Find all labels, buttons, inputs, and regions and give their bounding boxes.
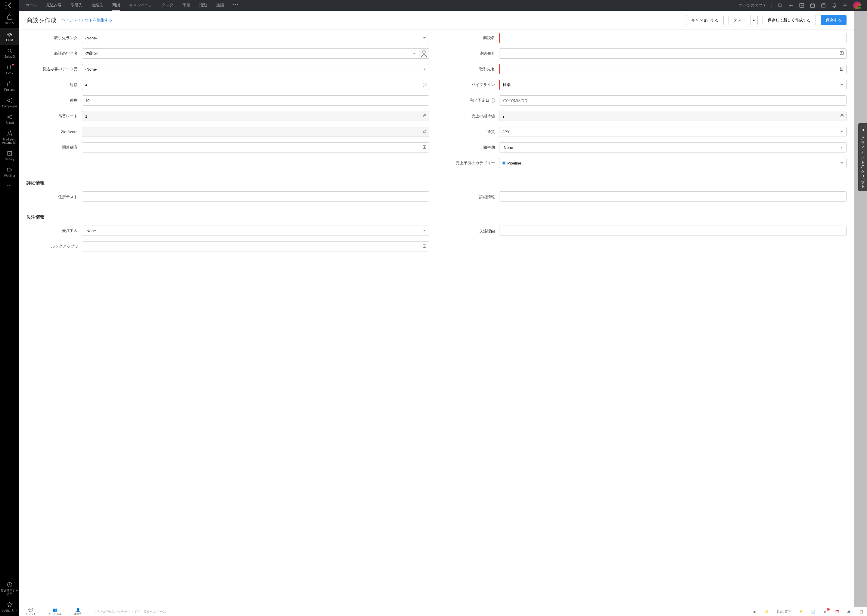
lock-icon <box>840 114 844 119</box>
svg-rect-12 <box>424 131 426 133</box>
badge: 2 <box>827 608 830 611</box>
zia-icon[interactable]: ⚡ <box>795 607 807 616</box>
rail-label: Social <box>5 121 14 124</box>
social-icon <box>6 114 13 120</box>
rail-recent[interactable]: 最近使用した項目 <box>0 579 19 599</box>
lookup-icon[interactable] <box>422 145 427 150</box>
deal-name-input[interactable] <box>499 33 847 43</box>
rail-webinar[interactable]: Webinar <box>0 164 19 181</box>
lock-icon <box>422 114 427 119</box>
svg-point-3 <box>11 118 11 119</box>
svg-point-1 <box>8 116 8 117</box>
zia-question[interactable]: Ziaに質問 <box>773 607 795 616</box>
rail-label: SalesIQ <box>4 55 15 58</box>
star-icon <box>6 602 13 608</box>
rail-social[interactable]: Social <box>0 111 19 127</box>
amount-input[interactable] <box>82 80 429 90</box>
currency-select[interactable] <box>499 127 847 137</box>
rail-marketing[interactable]: Marketing Automation <box>0 127 19 148</box>
label-forecast-category: 売上予測のカテゴリー <box>444 160 495 166</box>
rail-collapse-icon[interactable] <box>0 0 19 11</box>
expected-revenue-input <box>499 111 847 121</box>
notification-dot <box>12 64 14 66</box>
label-pipeline: パイプライン <box>444 82 495 88</box>
lost-reason-detail-textarea[interactable] <box>499 226 847 236</box>
rail-label: 最近使用した項目 <box>0 589 19 596</box>
rail-label: Desk <box>6 72 13 75</box>
clipboard-icon[interactable]: 📋 <box>855 607 867 616</box>
rail-label: Marketing Automation <box>0 138 19 145</box>
lock-icon <box>422 129 427 134</box>
record-icon[interactable]: ◉ <box>749 607 761 616</box>
rail-desk[interactable]: Desk <box>0 61 19 78</box>
lost-reason-select[interactable] <box>82 226 429 236</box>
quick-chat-input[interactable]: こちらがかんたんチャットです（Ctrl + スペース） <box>91 608 749 615</box>
client-script-tab[interactable]: ◂ クライアントスクリプト <box>858 123 867 191</box>
contact-name-input[interactable] <box>499 49 847 59</box>
rail-label: ホーム <box>5 21 14 25</box>
rail-label: Webinar <box>4 174 15 178</box>
edit-layout-link[interactable]: ページレイアウトを編集する <box>61 17 112 23</box>
wand-icon[interactable]: ✨ <box>761 607 773 616</box>
info-icon[interactable]: i <box>422 82 427 87</box>
label-expected-revenue: 売上の期待値 <box>444 113 495 119</box>
page-title: 商談を作成 <box>27 16 57 24</box>
rail-home[interactable]: ホーム <box>0 11 19 28</box>
svg-point-14 <box>424 146 425 147</box>
marketing-icon <box>6 130 13 137</box>
save-new-button[interactable]: 保存して新しく作成する <box>763 15 816 25</box>
desk-icon <box>6 64 13 71</box>
pipeline-select[interactable] <box>499 80 847 90</box>
quarter-select[interactable] <box>499 142 847 152</box>
forecast-category-select[interactable]: Pipeline <box>499 158 847 168</box>
rail-campaigns[interactable]: Campaigns <box>0 94 19 111</box>
info-icon: i <box>491 98 495 102</box>
label-probability: 確度 <box>27 98 78 103</box>
rail-salesiq[interactable]: SalesIQ <box>0 45 19 61</box>
exchange-rate-input <box>82 111 429 121</box>
rail-label: Survey <box>5 158 14 161</box>
sound-icon[interactable]: 🔊 <box>843 607 855 616</box>
label-quarter: 四半期 <box>444 145 495 150</box>
rail-favorites[interactable]: お気に入り <box>0 599 19 616</box>
svg-rect-11 <box>424 115 426 117</box>
probability-input[interactable] <box>82 95 429 105</box>
bottom-tab-chat[interactable]: 💬チャット <box>25 608 36 616</box>
rail-label: お気に入り <box>2 609 17 613</box>
svg-rect-4 <box>8 168 11 171</box>
label-exchange-rate: 為替レート <box>27 113 78 119</box>
screen-icon[interactable]: 🖥2 <box>819 607 831 616</box>
close-date-input[interactable] <box>499 95 847 105</box>
rail-survey[interactable]: Survey <box>0 148 19 164</box>
bottom-tab-channel[interactable]: 👥チャンネル <box>48 608 62 616</box>
building-icon[interactable] <box>839 66 844 72</box>
related-customer-input[interactable] <box>82 142 429 152</box>
bottom-tab-contacts[interactable]: 👤連絡先 <box>74 608 82 616</box>
lookup3-input[interactable] <box>82 241 429 251</box>
lead-source-select[interactable] <box>82 64 429 74</box>
doc-icon[interactable]: 📄 <box>807 607 819 616</box>
chat-icon: 💬 <box>28 608 33 612</box>
test-button[interactable]: テスト <box>728 15 750 25</box>
rail-crm[interactable]: CRM <box>0 28 19 45</box>
rail-label: CRM <box>6 39 13 42</box>
lookup-icon[interactable] <box>422 244 427 249</box>
account-rank-select[interactable] <box>82 33 429 43</box>
label-related-customer: 関連顧客 <box>27 145 78 150</box>
detail-info-textarea[interactable] <box>499 191 847 201</box>
account-name-input[interactable] <box>499 64 847 74</box>
label-contact-name: 連絡先名 <box>444 51 495 56</box>
salesiq-icon <box>6 48 13 54</box>
address-test-textarea[interactable] <box>82 191 429 201</box>
rail-more[interactable]: ••• <box>0 181 19 190</box>
test-dropdown[interactable]: ▾ <box>750 15 758 25</box>
owner-lookup-icon[interactable] <box>419 49 429 59</box>
label-amount: 総額 <box>27 82 78 88</box>
alarm-icon[interactable]: ⏰ <box>831 607 843 616</box>
save-button[interactable]: 保存する <box>821 15 847 25</box>
label-owner: 商談の担当者 <box>27 51 78 56</box>
lookup-icon[interactable] <box>839 51 844 57</box>
cancel-button[interactable]: キャンセルする <box>686 15 724 25</box>
owner-select[interactable] <box>82 49 419 59</box>
rail-projects[interactable]: Projects <box>0 78 19 94</box>
